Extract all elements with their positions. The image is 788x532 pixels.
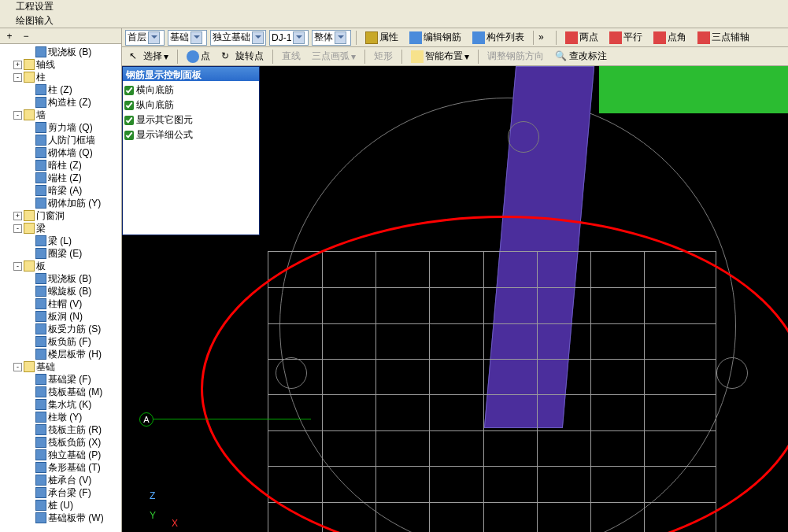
- tree-item[interactable]: 桩 (U): [2, 499, 121, 512]
- tree-label: 墙: [36, 109, 46, 122]
- tree-item[interactable]: 桩承台 (V): [2, 474, 121, 486]
- tree-item[interactable]: -基础: [2, 360, 121, 373]
- tree-item[interactable]: 现浇板 (B): [2, 46, 121, 58]
- tree-item[interactable]: +门窗洞: [2, 209, 121, 222]
- tree-label: 独立基础 (P): [48, 449, 101, 462]
- tree-label: 现浇板 (B): [48, 46, 91, 59]
- tree-item[interactable]: 基础梁 (F): [2, 373, 121, 386]
- rotate-icon: ↻: [221, 50, 234, 63]
- tree-item[interactable]: 现浇板 (B): [2, 272, 121, 285]
- rebar-display-panel[interactable]: 钢筋显示控制面板 横向底筋纵向底筋显示其它图元显示详细公式: [122, 66, 260, 235]
- select-button[interactable]: ↖选择 ▾: [125, 49, 172, 65]
- tree-toggle-icon[interactable]: +: [13, 212, 22, 220]
- display-option[interactable]: 纵向底筋: [124, 98, 257, 113]
- chevron-down-icon[interactable]: [148, 31, 160, 44]
- member-icon: [35, 437, 46, 448]
- parallel-button[interactable]: 平行: [605, 30, 646, 46]
- subcategory-combo[interactable]: 独立基础: [210, 30, 266, 46]
- tree-item[interactable]: 暗梁 (A): [2, 184, 121, 197]
- checkbox[interactable]: [124, 86, 134, 95]
- tree-toggle-icon[interactable]: -: [13, 73, 22, 82]
- checkbox[interactable]: [124, 131, 134, 140]
- category-combo[interactable]: 基础: [168, 30, 207, 46]
- overflow-icon[interactable]: »: [538, 31, 551, 44]
- tree-item[interactable]: -梁: [2, 222, 121, 235]
- point-button[interactable]: 点: [183, 49, 214, 65]
- tree-toggle-icon[interactable]: -: [13, 363, 22, 371]
- tab-project-settings[interactable]: 工程设置: [16, 0, 54, 13]
- 3d-viewport[interactable]: A 1000 Z Y X 钢筋显示控制面板 横向底筋纵向底筋显示其它图元显示详细…: [122, 66, 788, 532]
- chevron-down-icon[interactable]: [191, 31, 202, 44]
- tree-label: 砌体加筋 (Y): [48, 197, 101, 210]
- display-option[interactable]: 显示其它图元: [124, 113, 257, 127]
- tree-item[interactable]: 板受力筋 (S): [2, 323, 121, 335]
- tree-item[interactable]: 柱帽 (V): [2, 297, 121, 310]
- member-tree[interactable]: 现浇板 (B)+轴线-柱柱 (Z)构造柱 (Z)-墙剪力墙 (Q)人防门框墙砌体…: [0, 44, 121, 532]
- smart-place-button[interactable]: 智能布置 ▾: [407, 49, 473, 65]
- tree-item[interactable]: 筏板基础 (M): [2, 386, 121, 398]
- tree-label: 板: [36, 260, 46, 273]
- tree-item[interactable]: 集水坑 (K): [2, 398, 121, 411]
- tree-item[interactable]: 筏板负筋 (X): [2, 436, 121, 449]
- checkbox[interactable]: [124, 101, 134, 110]
- tree-item[interactable]: 剪力墙 (Q): [2, 121, 121, 134]
- tree-toggle-icon[interactable]: +: [13, 61, 22, 69]
- tree-item[interactable]: 梁 (L): [2, 235, 121, 247]
- tree-item[interactable]: 砌体墙 (Q): [2, 146, 121, 159]
- tree-item[interactable]: 构造柱 (Z): [2, 96, 121, 109]
- tree-item[interactable]: +轴线: [2, 58, 121, 71]
- edit-rebar-button[interactable]: 编辑钢筋: [405, 30, 465, 46]
- tree-item[interactable]: -墙: [2, 109, 121, 121]
- tree-item[interactable]: 柱 (Z): [2, 83, 121, 96]
- tree-item[interactable]: 基础板带 (W): [2, 512, 121, 524]
- tree-label: 筏板主筋 (R): [48, 423, 102, 437]
- tree-label: 轴线: [36, 58, 55, 72]
- display-option[interactable]: 显示详细公式: [124, 127, 257, 142]
- tree-item[interactable]: 暗柱 (Z): [2, 159, 121, 172]
- tree-expand-button[interactable]: +: [2, 30, 17, 42]
- tree-item[interactable]: 人防门框墙: [2, 134, 121, 146]
- tree-item[interactable]: 柱墩 (Y): [2, 411, 121, 423]
- tree-item[interactable]: 承台梁 (F): [2, 486, 121, 499]
- toolbar-secondary: ↖选择 ▾ 点 ↻旋转点 直线 三点画弧 ▾ 矩形 智能布置 ▾ 调整钢筋方向 …: [122, 47, 788, 66]
- rotate-point-button[interactable]: ↻旋转点: [217, 49, 268, 65]
- tree-item[interactable]: 楼层板带 (H): [2, 348, 121, 360]
- tree-item[interactable]: 独立基础 (P): [2, 449, 121, 461]
- point-angle-button[interactable]: 点角: [649, 30, 690, 46]
- checkbox[interactable]: [124, 116, 134, 125]
- tree-toggle-icon[interactable]: -: [13, 224, 22, 233]
- tree-item[interactable]: 板洞 (N): [2, 310, 121, 323]
- folder-icon: [24, 223, 35, 234]
- tree-item[interactable]: 条形基础 (T): [2, 461, 121, 474]
- tree-toggle-icon[interactable]: -: [13, 111, 22, 120]
- chevron-down-icon[interactable]: [335, 31, 346, 44]
- tree-item[interactable]: 板负筋 (F): [2, 335, 121, 348]
- panel-title[interactable]: 钢筋显示控制面板: [123, 67, 259, 81]
- tree-item[interactable]: 螺旋板 (B): [2, 285, 121, 297]
- tree-item[interactable]: 圈梁 (E): [2, 247, 121, 260]
- chevron-down-icon[interactable]: [252, 31, 264, 44]
- scope-combo[interactable]: 整体: [312, 30, 351, 46]
- tree-item[interactable]: 筏板主筋 (R): [2, 423, 121, 436]
- tree-item[interactable]: -板: [2, 260, 121, 272]
- member-list-button[interactable]: 构件列表: [468, 30, 528, 46]
- floor-combo[interactable]: 首层: [125, 30, 165, 46]
- tree-label: 基础: [36, 360, 55, 374]
- tree-item[interactable]: -柱: [2, 71, 121, 83]
- tree-collapse-button[interactable]: −: [19, 30, 33, 42]
- tree-item[interactable]: 端柱 (Z): [2, 172, 121, 184]
- tree-item[interactable]: 砌体加筋 (Y): [2, 197, 121, 209]
- check-annotation-button[interactable]: 🔍查改标注: [551, 49, 611, 65]
- tree-label: 承台梁 (F): [48, 486, 91, 500]
- chevron-down-icon[interactable]: [293, 31, 305, 44]
- properties-button[interactable]: 属性: [361, 30, 402, 46]
- display-option[interactable]: 横向底筋: [124, 83, 257, 98]
- three-point-aux-button[interactable]: 三点辅轴: [694, 30, 753, 46]
- tree-panel: + − 现浇板 (B)+轴线-柱柱 (Z)构造柱 (Z)-墙剪力墙 (Q)人防门…: [0, 28, 122, 532]
- two-point-button[interactable]: 两点: [561, 30, 602, 46]
- tree-toggle-icon[interactable]: -: [13, 262, 22, 271]
- member-icon: [35, 323, 46, 334]
- member-combo[interactable]: DJ-1: [269, 30, 309, 46]
- tab-drawing-input[interactable]: 绘图输入: [16, 14, 54, 28]
- member-icon: [35, 399, 46, 410]
